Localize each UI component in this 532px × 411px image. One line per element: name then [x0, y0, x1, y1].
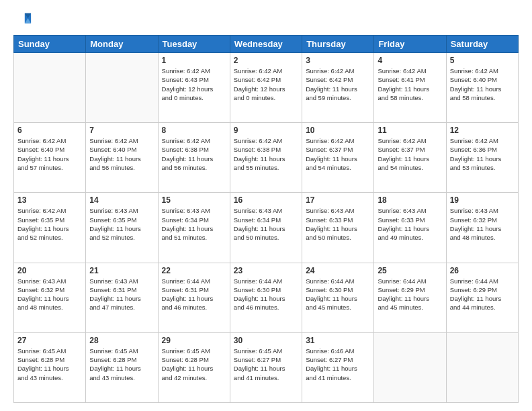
calendar-week-1: 1Sunrise: 6:42 AM Sunset: 6:43 PM Daylig… — [14, 53, 519, 123]
calendar-cell: 9Sunrise: 6:42 AM Sunset: 6:38 PM Daylig… — [230, 123, 302, 193]
calendar-cell: 13Sunrise: 6:42 AM Sunset: 6:35 PM Dayli… — [14, 193, 86, 263]
day-number: 11 — [378, 126, 442, 135]
day-info: Sunrise: 6:42 AM Sunset: 6:42 PM Dayligh… — [306, 66, 370, 102]
day-number: 4 — [378, 56, 442, 65]
calendar-cell: 16Sunrise: 6:43 AM Sunset: 6:34 PM Dayli… — [230, 193, 302, 263]
calendar-cell: 31Sunrise: 6:46 AM Sunset: 6:27 PM Dayli… — [302, 332, 374, 402]
weekday-header-wednesday: Wednesday — [230, 36, 302, 53]
day-number: 18 — [378, 195, 442, 205]
day-info: Sunrise: 6:42 AM Sunset: 6:40 PM Dayligh… — [17, 136, 82, 172]
day-number: 24 — [306, 266, 370, 275]
calendar-cell: 19Sunrise: 6:43 AM Sunset: 6:32 PM Dayli… — [446, 193, 518, 263]
calendar-cell: 17Sunrise: 6:43 AM Sunset: 6:33 PM Dayli… — [302, 193, 374, 263]
calendar-cell: 5Sunrise: 6:42 AM Sunset: 6:40 PM Daylig… — [446, 53, 518, 123]
weekday-header-friday: Friday — [374, 36, 446, 53]
day-number: 25 — [378, 266, 442, 275]
calendar: SundayMondayTuesdayWednesdayThursdayFrid… — [13, 35, 519, 403]
day-number: 8 — [162, 126, 226, 135]
day-number: 13 — [17, 195, 82, 205]
day-number: 19 — [450, 195, 515, 205]
logo — [13, 11, 34, 30]
page: SundayMondayTuesdayWednesdayThursdayFrid… — [0, 0, 532, 411]
calendar-cell — [14, 53, 86, 123]
calendar-cell: 4Sunrise: 6:42 AM Sunset: 6:41 PM Daylig… — [374, 53, 446, 123]
calendar-cell: 8Sunrise: 6:42 AM Sunset: 6:38 PM Daylig… — [158, 123, 230, 193]
day-number: 1 — [162, 56, 226, 65]
calendar-cell: 1Sunrise: 6:42 AM Sunset: 6:43 PM Daylig… — [158, 53, 230, 123]
calendar-week-3: 13Sunrise: 6:42 AM Sunset: 6:35 PM Dayli… — [14, 193, 519, 263]
day-number: 22 — [162, 266, 226, 275]
day-info: Sunrise: 6:43 AM Sunset: 6:31 PM Dayligh… — [89, 277, 154, 312]
day-info: Sunrise: 6:43 AM Sunset: 6:35 PM Dayligh… — [89, 206, 154, 242]
day-info: Sunrise: 6:44 AM Sunset: 6:29 PM Dayligh… — [450, 277, 515, 312]
day-info: Sunrise: 6:42 AM Sunset: 6:37 PM Dayligh… — [378, 136, 442, 172]
day-info: Sunrise: 6:45 AM Sunset: 6:28 PM Dayligh… — [162, 347, 226, 382]
day-number: 27 — [17, 336, 82, 345]
calendar-week-2: 6Sunrise: 6:42 AM Sunset: 6:40 PM Daylig… — [14, 123, 519, 193]
calendar-cell: 22Sunrise: 6:44 AM Sunset: 6:31 PM Dayli… — [158, 263, 230, 332]
day-number: 16 — [234, 195, 298, 205]
day-number: 28 — [89, 336, 154, 345]
calendar-cell — [446, 332, 518, 402]
calendar-week-4: 20Sunrise: 6:43 AM Sunset: 6:32 PM Dayli… — [14, 263, 519, 332]
day-number: 30 — [234, 336, 298, 345]
calendar-cell — [374, 332, 446, 402]
day-info: Sunrise: 6:45 AM Sunset: 6:28 PM Dayligh… — [89, 347, 154, 382]
day-number: 7 — [89, 126, 154, 135]
day-info: Sunrise: 6:42 AM Sunset: 6:36 PM Dayligh… — [450, 136, 515, 172]
calendar-cell: 25Sunrise: 6:44 AM Sunset: 6:29 PM Dayli… — [374, 263, 446, 332]
day-number: 17 — [306, 195, 370, 205]
calendar-cell: 3Sunrise: 6:42 AM Sunset: 6:42 PM Daylig… — [302, 53, 374, 123]
weekday-header-sunday: Sunday — [14, 36, 86, 53]
logo-icon — [13, 11, 32, 30]
calendar-week-5: 27Sunrise: 6:45 AM Sunset: 6:28 PM Dayli… — [14, 332, 519, 402]
calendar-cell: 26Sunrise: 6:44 AM Sunset: 6:29 PM Dayli… — [446, 263, 518, 332]
calendar-cell: 20Sunrise: 6:43 AM Sunset: 6:32 PM Dayli… — [14, 263, 86, 332]
day-info: Sunrise: 6:43 AM Sunset: 6:34 PM Dayligh… — [234, 206, 298, 242]
day-info: Sunrise: 6:42 AM Sunset: 6:37 PM Dayligh… — [306, 136, 370, 172]
day-number: 9 — [234, 126, 298, 135]
weekday-header-saturday: Saturday — [446, 36, 518, 53]
calendar-cell: 24Sunrise: 6:44 AM Sunset: 6:30 PM Dayli… — [302, 263, 374, 332]
day-info: Sunrise: 6:46 AM Sunset: 6:27 PM Dayligh… — [306, 347, 370, 382]
calendar-cell: 23Sunrise: 6:44 AM Sunset: 6:30 PM Dayli… — [230, 263, 302, 332]
day-number: 29 — [162, 336, 226, 345]
day-number: 15 — [162, 195, 226, 205]
weekday-header-monday: Monday — [86, 36, 158, 53]
calendar-cell: 21Sunrise: 6:43 AM Sunset: 6:31 PM Dayli… — [86, 263, 158, 332]
day-number: 2 — [234, 56, 298, 65]
day-info: Sunrise: 6:43 AM Sunset: 6:33 PM Dayligh… — [306, 206, 370, 242]
day-info: Sunrise: 6:43 AM Sunset: 6:32 PM Dayligh… — [17, 277, 82, 312]
calendar-cell: 30Sunrise: 6:45 AM Sunset: 6:27 PM Dayli… — [230, 332, 302, 402]
day-info: Sunrise: 6:45 AM Sunset: 6:27 PM Dayligh… — [234, 347, 298, 382]
calendar-cell: 14Sunrise: 6:43 AM Sunset: 6:35 PM Dayli… — [86, 193, 158, 263]
day-info: Sunrise: 6:43 AM Sunset: 6:34 PM Dayligh… — [162, 206, 226, 242]
day-info: Sunrise: 6:42 AM Sunset: 6:38 PM Dayligh… — [162, 136, 226, 172]
day-number: 5 — [450, 56, 515, 65]
header — [13, 11, 519, 30]
day-number: 3 — [306, 56, 370, 65]
day-number: 14 — [89, 195, 154, 205]
day-number: 26 — [450, 266, 515, 275]
weekday-header-tuesday: Tuesday — [158, 36, 230, 53]
day-number: 12 — [450, 126, 515, 135]
day-info: Sunrise: 6:44 AM Sunset: 6:31 PM Dayligh… — [162, 277, 226, 312]
calendar-cell: 11Sunrise: 6:42 AM Sunset: 6:37 PM Dayli… — [374, 123, 446, 193]
day-info: Sunrise: 6:44 AM Sunset: 6:29 PM Dayligh… — [378, 277, 442, 312]
calendar-cell: 7Sunrise: 6:42 AM Sunset: 6:40 PM Daylig… — [86, 123, 158, 193]
calendar-cell: 29Sunrise: 6:45 AM Sunset: 6:28 PM Dayli… — [158, 332, 230, 402]
calendar-cell: 18Sunrise: 6:43 AM Sunset: 6:33 PM Dayli… — [374, 193, 446, 263]
day-info: Sunrise: 6:45 AM Sunset: 6:28 PM Dayligh… — [17, 347, 82, 382]
day-info: Sunrise: 6:44 AM Sunset: 6:30 PM Dayligh… — [306, 277, 370, 312]
day-info: Sunrise: 6:42 AM Sunset: 6:41 PM Dayligh… — [378, 66, 442, 102]
day-info: Sunrise: 6:43 AM Sunset: 6:33 PM Dayligh… — [378, 206, 442, 242]
weekday-header-thursday: Thursday — [302, 36, 374, 53]
calendar-cell: 10Sunrise: 6:42 AM Sunset: 6:37 PM Dayli… — [302, 123, 374, 193]
calendar-cell: 28Sunrise: 6:45 AM Sunset: 6:28 PM Dayli… — [86, 332, 158, 402]
day-info: Sunrise: 6:42 AM Sunset: 6:40 PM Dayligh… — [450, 66, 515, 102]
day-info: Sunrise: 6:42 AM Sunset: 6:40 PM Dayligh… — [89, 136, 154, 172]
day-info: Sunrise: 6:44 AM Sunset: 6:30 PM Dayligh… — [234, 277, 298, 312]
day-number: 6 — [17, 126, 82, 135]
day-number: 10 — [306, 126, 370, 135]
calendar-cell — [86, 53, 158, 123]
